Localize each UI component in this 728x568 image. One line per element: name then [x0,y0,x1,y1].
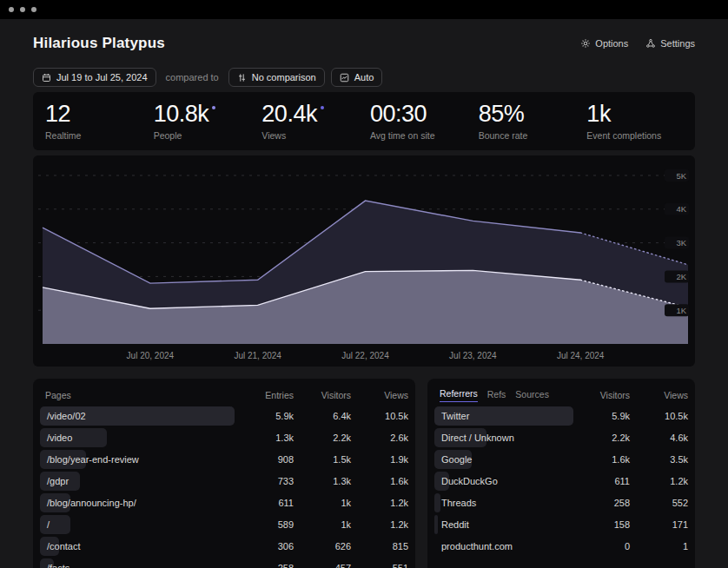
stat-value: 1k [586,102,611,126]
row-label-cell: Reddit [434,515,573,534]
settings-button[interactable]: Settings [645,38,695,49]
table-row[interactable]: /blog/announcing-hp/6111k1.2k [40,492,408,513]
table-row[interactable]: /video1.3k2.2k2.6k [40,426,408,448]
visitors-value: 2.2k [573,433,630,443]
visitors-column-header[interactable]: Visitors [294,390,351,400]
views-column-header[interactable]: Views [351,390,408,400]
svg-text:1K: 1K [676,306,686,315]
table-row[interactable]: DuckDuckGo6111.2k [434,470,688,492]
table-row[interactable]: /gdpr7331.3k1.6k [40,470,408,492]
options-label: Options [595,38,628,49]
views-value: 171 [630,519,688,530]
tab-refs[interactable]: Refs [487,388,506,402]
calendar-icon [42,73,51,83]
stat-avg-time[interactable]: 00:30 Avg time on site [370,102,479,141]
referrer-name: Twitter [434,411,469,421]
table-row[interactable]: /facts258457551 [40,557,408,568]
series-dot-views [321,106,324,109]
stat-value: 10.8k [154,102,209,126]
referrers-tabs: Referrers Refs Sources [440,388,573,402]
views-value: 2.6k [351,433,408,443]
referrer-name: DuckDuckGo [434,476,498,486]
visitors-value: 626 [294,541,351,551]
row-label-cell: /gdpr [40,472,235,491]
entries-column-header[interactable]: Entries [235,390,294,400]
svg-text:2K: 2K [676,272,686,281]
views-value: 551 [351,563,408,568]
visitors-value: 6.4k [294,411,351,421]
row-label-cell: /blog/year-end-review [40,450,235,469]
tab-sources[interactable]: Sources [515,388,549,402]
stat-people[interactable]: 10.8k People [154,102,262,141]
stat-views[interactable]: 20.4k Views [261,102,370,141]
referrer-name: Threads [434,498,476,508]
comparison-button[interactable]: No comparison [228,68,325,87]
svg-text:3K: 3K [676,238,686,248]
entries-value: 611 [235,498,294,508]
pages-table-header: Pages Entries Visitors Views [40,386,408,405]
series-dot-people [212,106,215,109]
page-path: /facts [40,563,69,568]
svg-text:Jul 20, 2024: Jul 20, 2024 [127,351,175,360]
visitors-column-header[interactable]: Visitors [573,390,630,400]
visitors-value: 611 [573,476,630,486]
row-label-cell: /contact [40,537,235,556]
window-dot-1[interactable] [9,7,14,12]
table-row[interactable]: producthunt.com01 [434,535,688,557]
row-label-cell: Threads [434,493,573,512]
table-row[interactable]: Reddit158171 [434,513,688,535]
table-row[interactable]: Threads258552 [434,492,688,513]
nodes-icon [645,38,656,49]
stat-realtime[interactable]: 12 Realtime [45,102,154,141]
svg-text:Jul 24, 2024: Jul 24, 2024 [557,351,605,360]
stat-value: 85% [479,102,525,126]
tab-referrers[interactable]: Referrers [440,388,478,402]
page-path: /blog/announcing-hp/ [40,498,136,508]
options-button[interactable]: Options [580,38,628,49]
interval-button[interactable]: Auto [331,68,383,87]
pages-rows: /video/025.9k6.4k10.5k/video1.3k2.2k2.6k… [40,405,408,568]
toolbar: Jul 19 to Jul 25, 2024 compared to No co… [33,68,695,87]
visitors-value: 0 [573,541,630,551]
views-column-header[interactable]: Views [630,390,688,400]
visitors-value: 1.6k [573,454,630,465]
pages-table: Pages Entries Visitors Views /video/025.… [33,379,415,568]
table-row[interactable]: Direct / Unknown2.2k4.6k [434,426,688,448]
entries-value: 908 [235,454,294,465]
stat-bounce-rate[interactable]: 85% Bounce rate [479,102,587,141]
visitors-value: 158 [573,519,630,530]
page-title: Hilarious Platypus [33,35,165,52]
stat-value: 20.4k [261,102,317,126]
stat-label: Realtime [45,130,154,141]
window-dot-2[interactable] [20,7,25,12]
table-row[interactable]: /blog/year-end-review9081.5k1.9k [40,448,408,470]
table-row[interactable]: /5891k1.2k [40,513,408,535]
date-range-button[interactable]: Jul 19 to Jul 25, 2024 [33,68,156,87]
stat-event-completions[interactable]: 1k Event completions [586,102,695,141]
stat-label: People [154,130,262,141]
referrers-table-header: Referrers Refs Sources Visitors Views [434,386,688,405]
page-path: /contact [40,541,81,551]
row-label-cell: /video [40,428,235,447]
visitors-value: 1k [294,498,351,508]
table-row[interactable]: Twitter5.9k10.5k [434,405,688,426]
referrers-table: Referrers Refs Sources Visitors Views Tw… [427,379,695,568]
views-value: 1.2k [351,498,408,508]
table-row[interactable]: Google1.6k3.5k [434,448,688,470]
traffic-trend-chart[interactable]: 1K2K3K4K5KJul 20, 2024Jul 21, 2024Jul 22… [33,155,695,367]
svg-text:Jul 21, 2024: Jul 21, 2024 [234,351,281,360]
table-row[interactable]: /video/025.9k6.4k10.5k [40,405,408,426]
visitors-value: 5.9k [573,411,630,421]
settings-label: Settings [660,38,695,49]
views-value: 1.9k [351,454,408,465]
views-value: 4.6k [630,433,688,443]
table-row[interactable]: /contact306626815 [40,535,408,557]
date-range-label: Jul 19 to Jul 25, 2024 [56,72,148,83]
entries-value: 733 [235,476,294,486]
referrers-rows: Twitter5.9k10.5kDirect / Unknown2.2k4.6k… [434,405,688,557]
row-label-cell: DuckDuckGo [434,472,573,491]
row-label-cell: Twitter [434,406,573,426]
row-label-cell: Google [434,450,573,469]
window-dot-3[interactable] [31,7,36,12]
pages-column-title: Pages [45,390,235,400]
